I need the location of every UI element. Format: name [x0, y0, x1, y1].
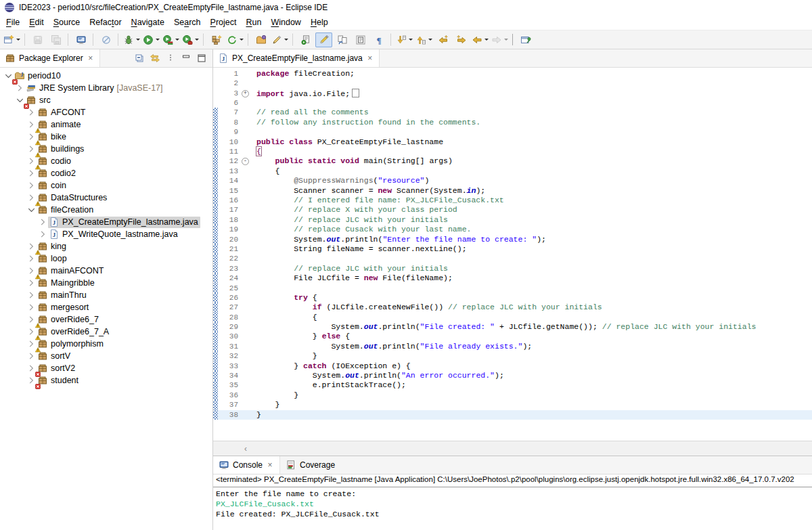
tree-item-sortv[interactable]: sortV [0, 350, 212, 362]
dropdown-arrow-icon[interactable] [284, 39, 288, 41]
toolbar-button-show-selected-element[interactable] [352, 32, 369, 47]
tree-item-src[interactable]: src [0, 94, 212, 106]
menu-item-project[interactable]: Project [206, 16, 242, 28]
tree-item-animate[interactable]: animate [0, 118, 212, 131]
tree-item-override6-7[interactable]: overRide6_7 [0, 313, 212, 326]
dropdown-arrow-icon[interactable] [195, 39, 199, 41]
toolbar-button-previous-annotation[interactable] [415, 32, 433, 47]
fold-column [241, 127, 251, 137]
console-output[interactable]: Enter the file name to create: PX_JLCFil… [213, 487, 812, 530]
tree-item-loop[interactable]: loop [0, 252, 212, 265]
toolbar-button-last-edit-location[interactable] [434, 32, 451, 47]
tree-item-afcont[interactable]: AFCONT [0, 106, 212, 118]
view-toolbar-button-view-menu[interactable] [163, 51, 177, 66]
tree-item-px-writequote-lastname-java[interactable]: JPX_WriteQuote_lastname.java [0, 228, 212, 240]
toolbar-button-save-all[interactable] [47, 32, 64, 47]
toolbar-separator [512, 34, 514, 45]
toolbar-button-pin-editor[interactable] [517, 32, 534, 47]
toolbar-button-coverage[interactable] [162, 32, 180, 47]
toolbar-button-next-edit-location[interactable] [453, 32, 470, 47]
toolbar-button-show-whitespace[interactable]: ¶ [370, 32, 387, 47]
dropdown-arrow-icon[interactable] [428, 39, 432, 41]
dropdown-arrow-icon[interactable] [136, 39, 140, 41]
tree-item-override6-7-a[interactable]: overRide6_7_A [0, 326, 212, 338]
package-explorer-tab[interactable]: Package Explorer [0, 49, 100, 67]
tree-item-mergesort[interactable]: mergesort [0, 301, 212, 313]
menu-item-search[interactable]: Search [169, 16, 206, 28]
menu-item-file[interactable]: File [1, 16, 24, 28]
fold-expanded-icon[interactable]: - [242, 158, 249, 165]
toolbar-button-refresh[interactable] [226, 32, 244, 47]
toolbar-button-debug[interactable] [122, 32, 141, 47]
scroll-left-icon[interactable] [244, 444, 247, 454]
view-toolbar-button-collapse-all[interactable] [132, 51, 146, 66]
console-tab-coverage[interactable]: Coverage [280, 456, 340, 474]
tree-item-codio[interactable]: codio [0, 155, 212, 167]
view-toolbar-button-link-with-editor[interactable] [148, 51, 162, 66]
toolbar-button-next-annotation[interactable] [395, 32, 413, 47]
tree-item-king[interactable]: king [0, 240, 212, 252]
tree-item-maingribble[interactable]: Maingribble [0, 277, 212, 289]
tree-item-student[interactable]: student [0, 374, 212, 387]
toolbar-button-new-class-pen[interactable] [271, 32, 289, 47]
toolbar-button-run[interactable] [142, 32, 160, 47]
menu-item-navigate[interactable]: Navigate [127, 16, 169, 28]
toolbar-button-open-console[interactable] [72, 32, 89, 47]
menu-item-help[interactable]: Help [306, 16, 333, 28]
toolbar-button-new-java-project[interactable] [208, 32, 225, 47]
tree-item-codio2[interactable]: codio2 [0, 167, 212, 179]
view-toolbar-button-minimize[interactable] [179, 51, 193, 66]
toolbar-button-skip-breakpoints[interactable] [97, 32, 114, 47]
toolbar-button-new-wizard[interactable] [3, 32, 21, 47]
console-tab-console[interactable]: Console [213, 456, 280, 474]
chevron-right-icon[interactable] [26, 302, 37, 313]
tree-item-coin[interactable]: coin [0, 179, 212, 192]
tree-item-buildings[interactable]: buildings [0, 143, 212, 155]
fold-collapsed-icon[interactable]: + [242, 90, 249, 97]
tree-item-bike[interactable]: bike [0, 131, 212, 143]
close-icon[interactable] [366, 53, 374, 63]
toolbar-button-forward[interactable] [491, 32, 509, 47]
menu-item-run[interactable]: Run [241, 16, 266, 28]
toolbar-button-external-tools[interactable] [297, 32, 314, 47]
dropdown-arrow-icon[interactable] [16, 39, 20, 41]
tree-item-period10[interactable]: Jperiod10 [0, 70, 212, 82]
project-tree[interactable]: Jperiod10JRE System Library [JavaSE-17]s… [0, 68, 212, 530]
menu-item-source[interactable]: Source [49, 16, 85, 28]
tree-item-mainthru[interactable]: mainThru [0, 289, 212, 301]
toolbar-button-back[interactable] [471, 32, 489, 47]
tree-item-datastructures[interactable]: DataStructures [0, 192, 212, 204]
dropdown-arrow-icon[interactable] [504, 39, 508, 41]
toolbar-button-mark-occurrences[interactable] [315, 32, 332, 47]
code-editor[interactable]: 1package fileCreation;23+import java.io.… [213, 68, 812, 441]
view-toolbar-button-maximize[interactable] [194, 51, 208, 66]
eclipse-logo-icon[interactable] [4, 2, 15, 13]
dropdown-arrow-icon[interactable] [156, 39, 160, 41]
chevron-right-icon[interactable] [38, 229, 48, 240]
dropdown-arrow-icon[interactable] [484, 39, 489, 41]
chevron-right-icon[interactable] [26, 180, 37, 191]
tree-item-mainafcont[interactable]: mainAFCONT [0, 265, 212, 277]
editor-horizontal-scrollbar[interactable] [213, 441, 812, 456]
close-icon[interactable] [266, 460, 274, 470]
chevron-right-icon[interactable] [26, 290, 37, 301]
tree-item-filecreation[interactable]: fileCreation [0, 204, 212, 216]
close-icon[interactable] [87, 53, 95, 63]
dropdown-arrow-icon[interactable] [240, 39, 244, 41]
menu-item-edit[interactable]: Edit [24, 16, 49, 28]
menu-item-window[interactable]: Window [266, 16, 305, 28]
tree-item-jre-system-library[interactable]: JRE System Library [JavaSE-17] [0, 82, 212, 94]
editor-tab[interactable]: J PX_CreateEmptyFile_lastname.java [213, 49, 380, 67]
line-number: 24 [218, 273, 241, 283]
menu-item-refactor[interactable]: Refactor [85, 16, 126, 28]
tree-item-sortv2[interactable]: sortV2 [0, 362, 212, 374]
dropdown-arrow-icon[interactable] [409, 39, 413, 41]
dropdown-arrow-icon[interactable] [175, 39, 179, 41]
chevron-right-icon[interactable] [38, 217, 48, 227]
toolbar-button-profile[interactable] [181, 32, 200, 47]
toolbar-button-link-docs[interactable] [334, 32, 351, 47]
tree-item-px-createemptyfile-lastname-java[interactable]: JPX_CreateEmptyFile_lastname.java [0, 216, 212, 228]
tree-item-polymorphism[interactable]: polymorphism [0, 338, 212, 350]
toolbar-button-save[interactable] [29, 32, 46, 47]
toolbar-button-import-folder[interactable] [252, 32, 269, 47]
